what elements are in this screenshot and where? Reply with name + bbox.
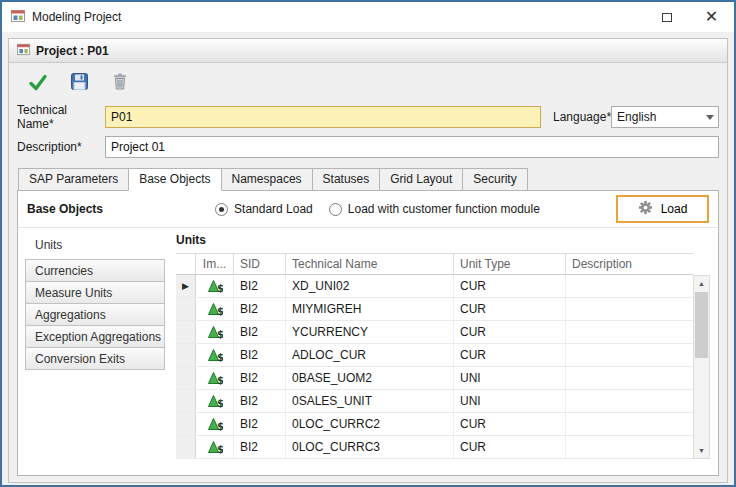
maximize-icon xyxy=(662,13,672,22)
close-button[interactable]: ✕ xyxy=(689,2,734,32)
unit-icon: $ xyxy=(196,367,234,389)
cell-unit-type: CUR xyxy=(454,275,566,297)
cell-technical-name: 0SALES_UNIT xyxy=(286,390,454,412)
svg-text:$: $ xyxy=(217,421,223,431)
tab-namespaces[interactable]: Namespaces xyxy=(221,168,313,191)
unit-icon: $ xyxy=(196,344,234,366)
cell-unit-type: CUR xyxy=(454,298,566,320)
cell-technical-name: 0BASE_UOM2 xyxy=(286,367,454,389)
cell-sid: BI2 xyxy=(234,344,286,366)
trash-icon xyxy=(111,72,129,94)
cell-description xyxy=(566,390,693,412)
sidebar-item-exception-aggregations[interactable]: Exception Aggregations xyxy=(25,325,165,348)
accept-button[interactable] xyxy=(25,70,51,96)
tab-sap-parameters[interactable]: SAP Parameters xyxy=(18,168,129,191)
vertical-scrollbar[interactable]: ▲ ▼ xyxy=(693,275,710,459)
scrollbar-thumb[interactable] xyxy=(695,292,708,358)
cell-unit-type: CUR xyxy=(454,436,566,458)
svg-text:$: $ xyxy=(217,375,223,385)
table-row[interactable]: $ BI2 0LOC_CURRC2 CUR xyxy=(176,413,693,436)
save-button[interactable] xyxy=(66,70,92,96)
tab-statuses[interactable]: Statuses xyxy=(312,168,381,191)
svg-text:$: $ xyxy=(217,352,223,362)
scroll-up-icon[interactable]: ▲ xyxy=(694,276,709,291)
base-objects-panel: Base Objects Standard Load Load with cus… xyxy=(17,190,719,476)
unit-icon: $ xyxy=(196,321,234,343)
svg-text:$: $ xyxy=(217,444,223,454)
combo-dropdown-button[interactable] xyxy=(702,107,718,127)
technical-name-input[interactable] xyxy=(105,106,541,128)
technical-name-label: Technical Name* xyxy=(17,103,105,131)
load-button[interactable]: Load xyxy=(616,195,709,223)
sidebar-item-aggregations[interactable]: Aggregations xyxy=(25,303,165,326)
unit-icon: $ xyxy=(196,390,234,412)
language-value: English xyxy=(617,110,656,124)
unit-icon: $ xyxy=(196,413,234,435)
sidebar-item-measure-units[interactable]: Measure Units xyxy=(25,281,165,304)
svg-text:$: $ xyxy=(217,283,223,293)
row-selector xyxy=(176,321,196,343)
table-row[interactable]: ▶ $ BI2 XD_UNI02 CUR xyxy=(176,275,693,298)
tab-grid-layout[interactable]: Grid Layout xyxy=(379,168,463,191)
radio-unselected-icon xyxy=(329,203,342,216)
project-icon xyxy=(17,43,30,59)
description-input[interactable] xyxy=(105,136,719,158)
base-objects-nav: Units Currencies Measure Units Aggregati… xyxy=(25,233,165,467)
radio-customer-function-module[interactable]: Load with customer function module xyxy=(329,202,540,216)
table-row[interactable]: $ BI2 0SALES_UNIT UNI xyxy=(176,390,693,413)
tab-security[interactable]: Security xyxy=(462,168,527,191)
column-header-description[interactable]: Description xyxy=(566,254,693,274)
tabstrip: SAP Parameters Base Objects Namespaces S… xyxy=(17,168,719,191)
row-indicator-icon: ▶ xyxy=(182,281,189,291)
table-row[interactable]: $ BI2 0BASE_UOM2 UNI xyxy=(176,367,693,390)
grid-header-row: Im... SID Technical Name Unit Type Descr… xyxy=(176,253,693,275)
cell-sid: BI2 xyxy=(234,275,286,297)
cell-sid: BI2 xyxy=(234,413,286,435)
cell-sid: BI2 xyxy=(234,298,286,320)
row-selector xyxy=(176,344,196,366)
cell-technical-name: MIYMIGREH xyxy=(286,298,454,320)
column-header-technical-name[interactable]: Technical Name xyxy=(286,254,454,274)
svg-text:$: $ xyxy=(217,398,223,408)
table-row[interactable]: $ BI2 YCURRENCY CUR xyxy=(176,321,693,344)
cell-unit-type: CUR xyxy=(454,413,566,435)
radio-standard-load[interactable]: Standard Load xyxy=(215,202,313,216)
sidebar-item-currencies[interactable]: Currencies xyxy=(25,259,165,282)
project-group: Project : P01 Technical xyxy=(8,38,728,483)
cell-technical-name: ADLOC_CUR xyxy=(286,344,454,366)
language-combo[interactable]: English xyxy=(611,106,719,128)
table-row[interactable]: $ BI2 MIYMIGREH CUR xyxy=(176,298,693,321)
cell-sid: BI2 xyxy=(234,367,286,389)
maximize-button[interactable] xyxy=(644,2,689,32)
table-row[interactable]: $ BI2 0LOC_CURRC3 CUR xyxy=(176,436,693,459)
project-group-title: Project : P01 xyxy=(36,44,109,58)
scroll-down-icon[interactable]: ▼ xyxy=(694,443,709,458)
column-header-unit-type[interactable]: Unit Type xyxy=(454,254,566,274)
sidebar-item-conversion-exits[interactable]: Conversion Exits xyxy=(25,347,165,370)
unit-icon: $ xyxy=(196,298,234,320)
cell-unit-type: UNI xyxy=(454,390,566,412)
cell-sid: BI2 xyxy=(234,390,286,412)
cell-description xyxy=(566,298,693,320)
cell-unit-type: CUR xyxy=(454,321,566,343)
cell-technical-name: XD_UNI02 xyxy=(286,275,454,297)
cell-description xyxy=(566,436,693,458)
cell-description xyxy=(566,275,693,297)
row-selector: ▶ xyxy=(176,275,196,297)
delete-button[interactable] xyxy=(107,70,133,96)
row-selector xyxy=(176,390,196,412)
table-row[interactable]: $ BI2 ADLOC_CUR CUR xyxy=(176,344,693,367)
save-icon xyxy=(70,72,89,94)
tab-base-objects[interactable]: Base Objects xyxy=(128,168,221,191)
window-title: Modeling Project xyxy=(32,10,121,24)
svg-text:$: $ xyxy=(217,329,223,339)
project-group-header: Project : P01 xyxy=(9,39,727,63)
check-icon xyxy=(28,72,48,95)
sidebar-item-units[interactable]: Units xyxy=(25,233,165,256)
column-header-sid[interactable]: SID xyxy=(234,254,286,274)
base-objects-title: Base Objects xyxy=(27,202,103,216)
unit-icon: $ xyxy=(196,275,234,297)
project-group-body: Technical Name* Language* English Descri… xyxy=(9,63,727,482)
column-header-image[interactable]: Im... xyxy=(196,254,234,274)
cell-technical-name: 0LOC_CURRC3 xyxy=(286,436,454,458)
